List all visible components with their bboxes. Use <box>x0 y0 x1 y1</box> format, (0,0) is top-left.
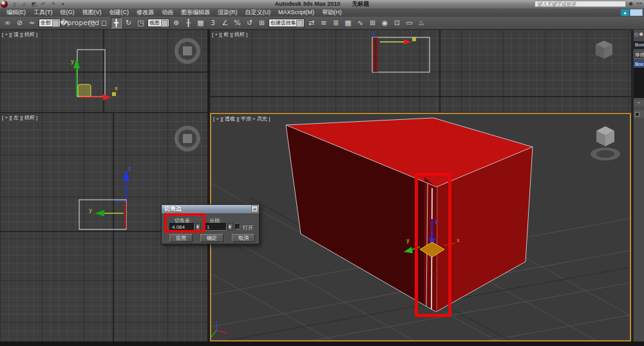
schematic-view-icon[interactable]: ⊞ <box>367 17 378 28</box>
selection-filter-dropdown[interactable]: 全部 <box>39 19 61 27</box>
dialog-close-button[interactable]: × <box>251 206 258 213</box>
chamfer-edge-dialog: 切角边 × 切角量: 分段: 4.084 1 打开 应用 确定 取消 <box>161 204 260 244</box>
angle-snap-toggle-icon[interactable]: ∠ <box>220 17 231 28</box>
window-crossing-toggle-icon[interactable]: ◻ <box>99 17 109 28</box>
select-and-manipulate-icon[interactable]: ╂ <box>183 17 194 28</box>
segments-spinner[interactable] <box>227 223 233 231</box>
svg-text:y: y <box>89 207 92 213</box>
menu-customize[interactable]: 自定义(U) <box>242 8 275 17</box>
help-badge[interactable] <box>630 9 643 16</box>
menu-views[interactable]: 视图(V) <box>79 8 106 17</box>
box-object[interactable] <box>286 118 533 312</box>
menu-animation[interactable]: 动画 <box>158 8 177 17</box>
menu-graph-editors[interactable]: 图形编辑器 <box>177 8 214 17</box>
quick-access-toolbar: ▯▱◩↶↷▾ <box>10 1 68 8</box>
dialog-title-bar[interactable]: 切角边 <box>162 205 259 213</box>
select-and-move-icon[interactable]: ╋ <box>111 17 122 28</box>
menu-group[interactable]: 组(G) <box>57 8 79 17</box>
menu-create[interactable]: 创建(C) <box>106 8 133 17</box>
application-window: ▯▱◩↶↷▾ Autodesk 3ds Max 2010无标题 ◉ ⊶ 编辑(E… <box>0 0 644 346</box>
named-selection-sets-dropdown[interactable]: 创建选择集 <box>269 19 305 27</box>
viewcube-ghost-front[interactable] <box>596 41 612 59</box>
viewport-left-label[interactable]: [ + ][ 左 ][ 线框 ] <box>2 114 37 121</box>
viewport-front[interactable]: [ + ][ 前 ][ 线框 ] <box>210 30 631 112</box>
svg-text:z: z <box>128 166 131 171</box>
apply-button[interactable]: 应用 <box>169 234 193 242</box>
rollout-checkbox[interactable] <box>635 112 639 117</box>
curve-editor-icon[interactable]: ∿ <box>355 17 366 28</box>
percent-snap-toggle-icon[interactable]: % <box>232 17 243 28</box>
render-setup-icon[interactable]: ⊡ <box>392 17 402 28</box>
keyboard-shortcut-override-icon[interactable]: ▦ <box>195 17 206 28</box>
svg-text:x: x <box>115 86 118 91</box>
use-pivot-point-center-icon[interactable]: ⊕ <box>171 17 182 28</box>
viewport-perspective[interactable]: [ + ][ 透视 ][ 平滑 + 高光 ] <box>210 113 631 341</box>
communication-center-icon[interactable]: ▲ <box>621 9 629 16</box>
infocenter-search-input[interactable] <box>535 1 626 7</box>
bind-to-space-warp-icon[interactable]: ≈ <box>26 17 37 28</box>
create-tab-icon[interactable]: ◇ <box>634 32 638 37</box>
open-file-icon[interactable]: ▱ <box>20 1 28 8</box>
modifier-stack-list[interactable]: Box <box>634 61 644 98</box>
menu-rendering[interactable]: 渲染(R) <box>214 8 242 17</box>
select-by-name-icon[interactable]: �propered <box>74 17 85 28</box>
reference-coordinate-system-dropdown[interactable]: 视图 <box>147 19 169 27</box>
viewport-perspective-label[interactable]: [ + ][ 透视 ][ 平滑 + 高光 ] <box>213 115 270 122</box>
rollout-header[interactable] <box>634 110 644 118</box>
viewport-front-label[interactable]: [ + ][ 前 ][ 线框 ] <box>212 31 247 38</box>
edit-named-selection-sets-icon[interactable]: ⊞ <box>256 17 267 28</box>
save-file-icon[interactable]: ◩ <box>30 1 38 8</box>
align-icon[interactable]: ≡ <box>318 17 329 28</box>
stack-toolbar[interactable]: − <box>634 100 644 106</box>
svg-text:y: y <box>406 238 410 244</box>
menu-maxscript[interactable]: MAXScript(M) <box>274 8 318 17</box>
new-scene-icon[interactable]: ▯ <box>10 1 19 8</box>
select-and-scale-icon[interactable]: ◳ <box>135 17 146 28</box>
menu-bar: 编辑(E)工具(T)组(G)视图(V)创建(C)修改器动画图形编辑器渲染(R)自… <box>0 8 644 17</box>
box-top-view[interactable] <box>77 50 105 97</box>
command-panel-tabs: ◇✱ <box>634 30 644 39</box>
menu-help[interactable]: 帮助(H) <box>318 8 346 17</box>
modifier-stack-item[interactable]: Box <box>634 61 644 68</box>
menu-edit[interactable]: 编辑(E) <box>3 8 30 17</box>
search-binoculars-icon[interactable]: ◉ <box>627 1 634 7</box>
viewport-top-label[interactable]: [ + ][ 顶 ][ 线框 ] <box>2 31 37 38</box>
cancel-button[interactable]: 取消 <box>232 234 255 242</box>
modify-tab-icon[interactable]: ✱ <box>639 32 643 37</box>
ok-button[interactable]: 确定 <box>200 234 223 242</box>
spinner-snap-toggle-icon[interactable]: ↺ <box>244 17 255 28</box>
unlink-selection-icon[interactable]: ⊘ <box>14 17 25 28</box>
chamfer-highlight-top-view <box>78 84 91 97</box>
viewcube-perspective[interactable] <box>591 126 620 160</box>
menu-modifiers[interactable]: 修改器 <box>133 8 158 17</box>
undo-icon[interactable]: ↶ <box>39 1 48 8</box>
open-checkbox[interactable] <box>235 224 240 229</box>
subscription-key-icon[interactable]: ⊶ <box>636 1 643 7</box>
rendered-frame-window-icon[interactable]: ▭ <box>404 17 415 28</box>
render-production-icon[interactable]: ♨ <box>416 17 427 28</box>
move-gizmo-left-view[interactable]: z y <box>89 166 131 216</box>
rectangular-selection-region-icon[interactable]: □ <box>86 17 97 28</box>
material-editor-icon[interactable]: ◉ <box>379 17 390 28</box>
mirror-icon[interactable]: ⇄ <box>306 17 317 28</box>
viewport-front-canvas <box>210 30 631 112</box>
chamfer-amount-spinner[interactable] <box>195 223 201 231</box>
manage-layers-icon[interactable]: ≣ <box>330 17 341 28</box>
viewport-top[interactable]: [ + ][ 顶 ][ 线框 ] y x <box>0 30 207 112</box>
modifier-list-dropdown[interactable]: 修改器列表 <box>634 51 644 59</box>
object-name-field[interactable]: Box01 <box>634 41 644 49</box>
select-and-rotate-icon[interactable]: ↻ <box>123 17 134 28</box>
redo-icon[interactable]: ↷ <box>49 1 57 8</box>
viewport-top-canvas: y x <box>0 30 207 112</box>
box-front-view[interactable] <box>372 37 430 72</box>
segments-field[interactable]: 1 <box>204 223 227 231</box>
qat-dropdown-icon[interactable]: ▾ <box>59 1 67 8</box>
graphite-modeling-tools-icon[interactable]: ▦ <box>343 17 354 28</box>
move-gizmo-front-view[interactable] <box>374 32 416 44</box>
snaps-toggle-icon[interactable]: 3 <box>207 17 218 28</box>
select-and-link-icon[interactable]: ∞ <box>2 17 13 28</box>
title-bar: ▯▱◩↶↷▾ Autodesk 3ds Max 2010无标题 ◉ ⊶ <box>0 0 644 8</box>
app-logo-icon[interactable] <box>1 1 8 8</box>
menu-tools[interactable]: 工具(T) <box>30 8 57 17</box>
chamfer-amount-field[interactable]: 4.084 <box>169 223 194 231</box>
